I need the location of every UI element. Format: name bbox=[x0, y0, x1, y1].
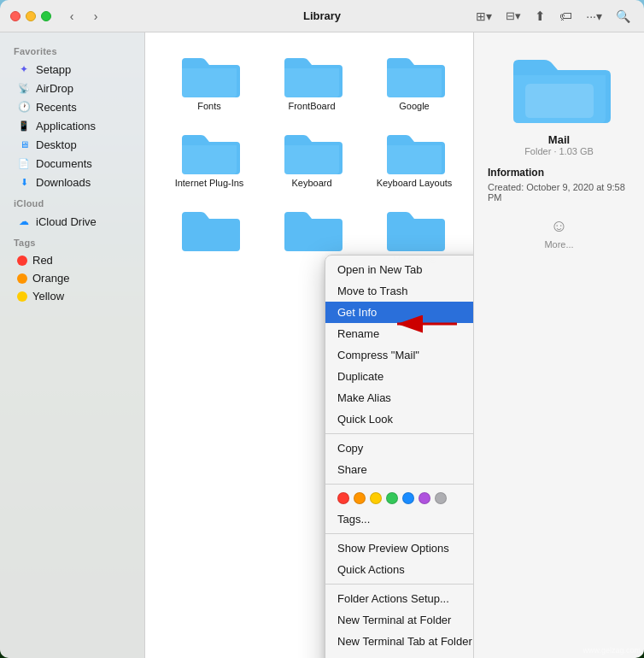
search-button[interactable]: 🔍 bbox=[612, 8, 634, 25]
icloud-icon: ☁ bbox=[17, 214, 31, 228]
icloud-section-label: iCloud bbox=[0, 191, 144, 212]
sidebar-item-recents[interactable]: 🕐 Recents bbox=[3, 97, 141, 116]
ctx-send-files[interactable]: Send files with TeamViewer bbox=[325, 652, 473, 658]
ctx-move-to-trash[interactable]: Move to Trash bbox=[325, 280, 473, 302]
desktop-icon: 🖥 bbox=[17, 138, 31, 151]
ctx-folder-actions-setup[interactable]: Folder Actions Setup... bbox=[325, 588, 473, 609]
ctx-compress[interactable]: Compress "Mail" bbox=[325, 344, 473, 366]
ctx-divider-2 bbox=[325, 484, 473, 485]
setapp-icon: ✦ bbox=[17, 62, 31, 76]
ctx-tags-colors[interactable] bbox=[325, 488, 473, 508]
view-toggle-button[interactable]: ⊞▾ bbox=[472, 8, 495, 25]
tags-section-label: Tags bbox=[0, 231, 144, 251]
icloud-label: iCloud Drive bbox=[36, 215, 97, 228]
red-tag-dot bbox=[17, 256, 27, 266]
fonts-label: Fonts bbox=[197, 101, 221, 111]
title-bar: ‹ › Library ⊞▾ ⊟▾ ⬆ 🏷 ···▾ 🔍 bbox=[0, 0, 644, 32]
keyboard-layouts-label: Keyboard Layouts bbox=[377, 178, 453, 188]
context-menu: Open in New Tab Move to Trash Get Info R… bbox=[325, 255, 473, 658]
applications-icon: 📱 bbox=[17, 119, 31, 132]
preview-panel: Mail Folder · 1.03 GB Information Create… bbox=[473, 32, 644, 658]
share-button[interactable]: ⬆ bbox=[531, 7, 549, 26]
folder-icon-internet-plug-ins bbox=[179, 126, 240, 174]
tag-color-red bbox=[337, 492, 349, 504]
grid-button[interactable]: ⊟▾ bbox=[502, 8, 524, 24]
ctx-share[interactable]: Share › bbox=[325, 459, 473, 480]
file-item-frontboard[interactable]: FrontBoard bbox=[265, 46, 359, 115]
preview-info-section: Information bbox=[488, 167, 544, 179]
frontboard-label: FrontBoard bbox=[288, 101, 335, 111]
ctx-quick-actions[interactable]: Quick Actions › bbox=[325, 559, 473, 580]
downloads-label: Downloads bbox=[36, 176, 91, 189]
file-item-keyboard-layouts[interactable]: Keyboard Layouts bbox=[367, 123, 461, 191]
setapp-label: Setapp bbox=[36, 63, 71, 76]
ctx-new-terminal-tab[interactable]: New Terminal Tab at Folder bbox=[325, 631, 473, 652]
ctx-get-info[interactable]: Get Info bbox=[325, 302, 473, 323]
ctx-divider-1 bbox=[325, 433, 473, 434]
file-browser: Fonts FrontBoard Google bbox=[145, 32, 473, 658]
sidebar-item-tag-red[interactable]: Red bbox=[3, 251, 141, 269]
file-grid: Fonts FrontBoard Google bbox=[145, 32, 473, 282]
tag-color-yellow bbox=[370, 492, 382, 504]
ctx-duplicate[interactable]: Duplicate bbox=[325, 366, 473, 387]
tag-button[interactable]: 🏷 bbox=[556, 7, 576, 25]
tag-color-orange bbox=[354, 492, 366, 504]
ctx-quick-look[interactable]: Quick Look bbox=[325, 408, 473, 430]
forward-button[interactable]: › bbox=[85, 6, 106, 26]
toolbar-right: ⊞▾ ⊟▾ ⬆ 🏷 ···▾ 🔍 bbox=[472, 7, 634, 26]
ctx-new-terminal[interactable]: New Terminal at Folder bbox=[325, 609, 473, 631]
sidebar-item-downloads[interactable]: ⬇ Downloads bbox=[3, 173, 141, 191]
airdrop-label: AirDrop bbox=[36, 82, 73, 95]
folder-icon-row3-1 bbox=[179, 203, 240, 251]
sidebar-item-icloud-drive[interactable]: ☁ iCloud Drive bbox=[3, 212, 141, 231]
preview-more-area[interactable]: ☺ More... bbox=[544, 216, 573, 250]
file-item-keyboard[interactable]: Keyboard bbox=[265, 123, 359, 191]
window-title: Library bbox=[303, 9, 341, 22]
folder-icon-keyboard bbox=[281, 126, 342, 174]
traffic-lights bbox=[10, 11, 51, 21]
file-item-row3-1[interactable] bbox=[162, 200, 256, 268]
sidebar-item-desktop[interactable]: 🖥 Desktop bbox=[3, 135, 141, 154]
file-item-google[interactable]: Google bbox=[367, 46, 461, 115]
minimize-button[interactable] bbox=[26, 11, 36, 21]
sidebar-item-tag-yellow[interactable]: Yellow bbox=[3, 287, 141, 305]
window-title-area: Library bbox=[303, 9, 341, 22]
preview-folder-icon bbox=[508, 46, 611, 123]
ctx-rename[interactable]: Rename bbox=[325, 323, 473, 344]
preview-more-icon: ☺ bbox=[550, 216, 567, 236]
folder-icon-frontboard bbox=[281, 50, 342, 97]
preview-more-label: More... bbox=[544, 239, 573, 250]
ctx-show-preview-options[interactable]: Show Preview Options bbox=[325, 538, 473, 559]
yellow-tag-dot bbox=[17, 291, 27, 302]
documents-icon: 📄 bbox=[17, 156, 31, 170]
file-item-fonts[interactable]: Fonts bbox=[162, 46, 256, 115]
sidebar: Favorites ✦ Setapp 📡 AirDrop 🕐 Recents 📱… bbox=[0, 32, 145, 658]
applications-label: Applications bbox=[36, 120, 96, 132]
keyboard-label: Keyboard bbox=[291, 178, 331, 188]
tag-color-blue bbox=[402, 492, 414, 504]
ctx-divider-3 bbox=[325, 533, 473, 534]
ctx-open-new-tab[interactable]: Open in New Tab bbox=[325, 259, 473, 280]
airdrop-icon: 📡 bbox=[17, 81, 31, 95]
sidebar-item-applications[interactable]: 📱 Applications bbox=[3, 116, 141, 135]
ctx-divider-4 bbox=[325, 584, 473, 585]
sidebar-item-setapp[interactable]: ✦ Setapp bbox=[3, 60, 141, 79]
folder-icon-fonts bbox=[179, 50, 240, 97]
sidebar-item-documents[interactable]: 📄 Documents bbox=[3, 154, 141, 173]
sidebar-item-tag-orange[interactable]: Orange bbox=[3, 269, 141, 287]
more-button[interactable]: ···▾ bbox=[583, 8, 606, 25]
close-button[interactable] bbox=[10, 11, 20, 21]
preview-file-name: Mail bbox=[548, 133, 570, 146]
ctx-make-alias[interactable]: Make Alias bbox=[325, 387, 473, 408]
ctx-tags[interactable]: Tags... bbox=[325, 508, 473, 530]
tag-color-purple bbox=[419, 492, 430, 504]
fullscreen-button[interactable] bbox=[41, 11, 51, 21]
back-button[interactable]: ‹ bbox=[61, 6, 82, 26]
recents-icon: 🕐 bbox=[17, 100, 31, 114]
yellow-tag-label: Yellow bbox=[32, 290, 64, 303]
sidebar-item-airdrop[interactable]: 📡 AirDrop bbox=[3, 79, 141, 97]
favorites-section-label: Favorites bbox=[0, 39, 144, 60]
file-item-internet-plug-ins[interactable]: Internet Plug-Ins bbox=[162, 123, 256, 191]
ctx-copy[interactable]: Copy bbox=[325, 438, 473, 459]
preview-file-info: Folder · 1.03 GB bbox=[524, 146, 594, 156]
